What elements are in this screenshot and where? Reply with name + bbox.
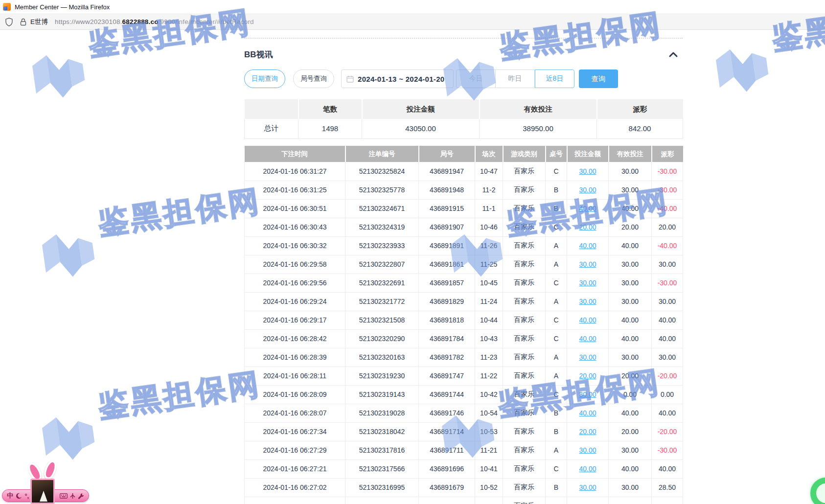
- bet-amount-link[interactable]: 30.00: [579, 446, 596, 454]
- table-cell: 521302325778: [345, 181, 419, 199]
- url-bar[interactable]: E世博 https://www20230108.6822888.co:9900/…: [0, 14, 825, 30]
- table-cell: 436891907: [419, 218, 475, 236]
- table-cell: 2024-01-16 06:28:09: [245, 385, 345, 404]
- bet-amount-link[interactable]: 40.00: [579, 335, 596, 343]
- ime-wrench-icon[interactable]: [78, 493, 84, 499]
- table-cell: 百家乐: [503, 422, 546, 441]
- tracking-protection-shield-icon[interactable]: [5, 18, 13, 26]
- date-range-input[interactable]: 2024-01-13 ~ 2024-01-20: [341, 69, 454, 88]
- url-text[interactable]: https://www20230108.6822888.co:9900/infe…: [55, 18, 254, 25]
- bunny-ear-decoration: [42, 458, 59, 481]
- table-row: 2024-01-16 06:28:09521302319143436891744…: [245, 385, 683, 404]
- table-row: 2024-01-16 06:27:34521302318042436891714…: [245, 422, 683, 441]
- bet-amount-link[interactable]: 20.00: [579, 223, 596, 231]
- table-cell: 40.00: [652, 329, 683, 348]
- bet-amount-link[interactable]: 20.00: [579, 428, 596, 435]
- table-cell: 百家乐: [503, 329, 546, 348]
- watermark: 鉴黑担保网: [34, 184, 269, 290]
- table-cell: -30.00: [652, 274, 683, 292]
- table-cell: 521302316995: [345, 478, 419, 497]
- table-cell: C: [546, 385, 567, 404]
- lock-icon[interactable]: [20, 18, 26, 26]
- table-cell: 436891679: [419, 478, 475, 497]
- bet-amount-link[interactable]: 30.00: [579, 390, 596, 398]
- floating-chat-button[interactable]: [810, 478, 825, 504]
- bet-amount-cell: 40.00: [567, 199, 609, 218]
- bet-amount-link[interactable]: 40.00: [579, 242, 596, 250]
- bet-column-header: 场次: [475, 146, 503, 162]
- summary-table: 笔数投注金额有效投注派彩 总计149843050.0038950.00842.0…: [244, 99, 683, 139]
- table-cell: 436891784: [419, 329, 475, 348]
- date-query-button[interactable]: 日期查询: [244, 69, 285, 88]
- table-cell: -40.00: [652, 236, 683, 255]
- table-row: 2024-01-16 06:27:21521302317566436891696…: [245, 459, 683, 478]
- table-cell: 2024-01-16 06:31:25: [245, 181, 345, 199]
- table-cell: 521302319230: [345, 367, 419, 385]
- bet-column-header: 派彩: [652, 146, 683, 162]
- watermark-logo-icon: [36, 224, 101, 289]
- bet-amount-link[interactable]: 30.00: [579, 483, 596, 491]
- bet-amount-link[interactable]: 30.00: [579, 353, 596, 361]
- table-row: 2024-01-16 06:28:11521302319230436891747…: [245, 367, 683, 385]
- table-cell: 521302319028: [345, 404, 419, 422]
- table-cell: 436891744: [419, 385, 475, 404]
- table-row: 2024-01-16 06:30:51521302324671436891915…: [245, 199, 683, 218]
- round-query-button[interactable]: 局号查询: [293, 69, 334, 88]
- bet-amount-link[interactable]: 30.00: [579, 279, 596, 287]
- table-cell: -40.00: [652, 199, 683, 218]
- table-cell: 百家乐: [503, 404, 546, 422]
- table-cell: 20.00: [652, 218, 683, 236]
- table-cell: 521302319143: [345, 385, 419, 404]
- table-cell: 30.00: [609, 255, 652, 274]
- bet-amount-cell: 20.00: [567, 367, 609, 385]
- bet-amount-link[interactable]: 30.00: [579, 298, 596, 305]
- table-cell: 11-22: [475, 367, 503, 385]
- bet-amount-link[interactable]: 30.00: [579, 167, 596, 175]
- bet-record-table: 下注时间注单编号局号场次游戏类别桌号投注金额有效投注派彩 2024-01-16 …: [244, 146, 683, 504]
- bet-amount-link[interactable]: 30.00: [579, 186, 596, 194]
- table-row: 2024-01-16 06:28:42521302320290436891784…: [245, 329, 683, 348]
- bet-amount-link[interactable]: 20.00: [579, 372, 596, 380]
- table-cell: A: [546, 292, 567, 311]
- ime-skin-icon[interactable]: [70, 493, 75, 499]
- table-cell: B: [546, 181, 567, 199]
- yesterday-button[interactable]: 昨日: [496, 69, 535, 88]
- ime-punctuation-button[interactable]: °,: [24, 492, 29, 500]
- table-cell: 30.00: [652, 292, 683, 311]
- site-identity-label[interactable]: E世博: [30, 18, 48, 26]
- bet-amount-link[interactable]: 40.00: [579, 205, 596, 212]
- ime-fullhalf-moon-icon[interactable]: [16, 493, 22, 499]
- today-button[interactable]: 今日: [456, 69, 496, 88]
- table-cell: 百家乐: [503, 236, 546, 255]
- table-cell: [546, 497, 567, 504]
- summary-header-row: 笔数投注金额有效投注派彩: [245, 99, 683, 119]
- table-cell: -30.00: [652, 181, 683, 199]
- bet-amount-cell: 40.00: [567, 459, 609, 478]
- last-8-days-button[interactable]: 近8日: [535, 69, 574, 88]
- bet-amount-cell: 30.00: [567, 162, 609, 181]
- ime-keyboard-icon[interactable]: [60, 493, 68, 499]
- search-button[interactable]: 查询: [579, 69, 618, 88]
- bet-amount-link[interactable]: 40.00: [579, 409, 596, 417]
- table-cell: 10-43: [475, 329, 503, 348]
- bet-amount-link[interactable]: 40.00: [579, 316, 596, 324]
- table-cell: 百家乐: [503, 274, 546, 292]
- table-row: 2024-01-16 06:29:17521302321508436891818…: [245, 311, 683, 329]
- bet-amount-link[interactable]: 40.00: [579, 465, 596, 473]
- table-cell: 30.00: [609, 292, 652, 311]
- table-cell: 2024-01-16 06:28:11: [245, 367, 345, 385]
- table-cell: B: [546, 404, 567, 422]
- ime-language-button[interactable]: 中: [7, 491, 13, 500]
- table-row: 2024-01-16 06:31:27521302325824436891947…: [245, 162, 683, 181]
- table-cell: 436891857: [419, 274, 475, 292]
- collapse-chevron-up-icon[interactable]: [667, 50, 680, 60]
- table-cell: 0.00: [652, 385, 683, 404]
- table-cell: 2024-01-16 06:29:24: [245, 292, 345, 311]
- table-row: 2024-01-16 06:30:32521302323933436891891…: [245, 236, 683, 255]
- table-cell: 11-21: [475, 441, 503, 459]
- ime-avatar[interactable]: [30, 479, 55, 504]
- bet-amount-link[interactable]: 30.00: [579, 260, 596, 268]
- table-cell: 2024-01-16 06:29:17: [245, 311, 345, 329]
- url-path: :9900/infe/mcenter/#/betRecord: [159, 18, 254, 25]
- table-cell: 2024-01-16 06:27:02: [245, 478, 345, 497]
